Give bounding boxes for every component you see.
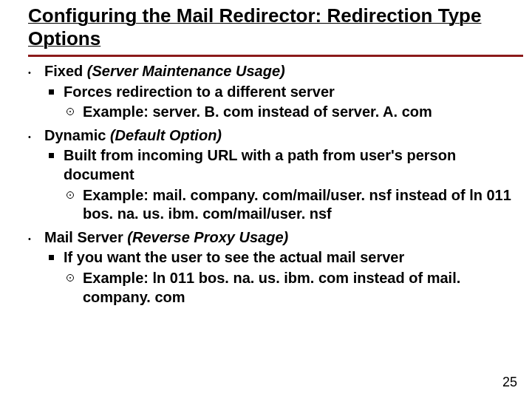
item-heading-italic: (Server Maintenance Usage) [87, 63, 285, 79]
slide-content: Fixed (Server Maintenance Usage) Forces … [25, 62, 519, 307]
sub-body: Built from incoming URL with a path from… [64, 146, 519, 223]
item-heading-bold: Fixed [44, 63, 83, 79]
slide: Configuring the Mail Redirector: Redirec… [0, 0, 532, 399]
example-text: Example: server. B. com instead of serve… [83, 103, 519, 122]
bullet-circle-dot-icon [64, 103, 83, 122]
list-item: Mail Server (Reverse Proxy Usage) If you… [25, 228, 519, 307]
sub-text: Built from incoming URL with a path from… [64, 147, 456, 183]
bullet-dot-icon [25, 62, 44, 122]
subsub-item: Example: mail. company. com/mail/user. n… [64, 186, 519, 224]
bullet-square-icon [44, 146, 64, 223]
sub-text: If you want the user to see the actual m… [64, 249, 404, 265]
sub-item: If you want the user to see the actual m… [44, 248, 519, 307]
bullet-circle-dot-icon [64, 186, 83, 224]
item-heading-bold: Dynamic [44, 127, 106, 143]
item-heading-italic: (Default Option) [110, 127, 222, 143]
list-item: Dynamic (Default Option) Built from inco… [25, 126, 519, 224]
page-number: 25 [502, 375, 517, 390]
sub-body: If you want the user to see the actual m… [64, 248, 519, 307]
sub-item: Forces redirection to a different server… [44, 83, 519, 122]
item-body: Mail Server (Reverse Proxy Usage) If you… [44, 228, 519, 307]
sub-body: Forces redirection to a different server… [64, 83, 519, 122]
list-item: Fixed (Server Maintenance Usage) Forces … [25, 62, 519, 122]
subsub-item: Example: server. B. com instead of serve… [64, 103, 519, 122]
sub-item: Built from incoming URL with a path from… [44, 146, 519, 223]
subsub-item: Example: ln 011 bos. na. us. ibm. com in… [64, 269, 519, 307]
bullet-dot-icon [25, 126, 44, 224]
item-body: Dynamic (Default Option) Built from inco… [44, 126, 519, 224]
slide-title: Configuring the Mail Redirector: Redirec… [28, 4, 526, 50]
sub-text: Forces redirection to a different server [64, 83, 335, 100]
bullet-square-icon [44, 83, 64, 122]
bullet-square-icon [44, 248, 64, 307]
item-heading-italic: (Reverse Proxy Usage) [127, 229, 288, 245]
bullet-dot-icon [25, 228, 44, 307]
item-heading-bold: Mail Server [44, 229, 123, 245]
item-body: Fixed (Server Maintenance Usage) Forces … [44, 62, 519, 122]
example-text: Example: ln 011 bos. na. us. ibm. com in… [83, 269, 519, 307]
example-text: Example: mail. company. com/mail/user. n… [83, 186, 519, 224]
bullet-circle-dot-icon [64, 269, 83, 307]
title-underline [28, 55, 523, 57]
